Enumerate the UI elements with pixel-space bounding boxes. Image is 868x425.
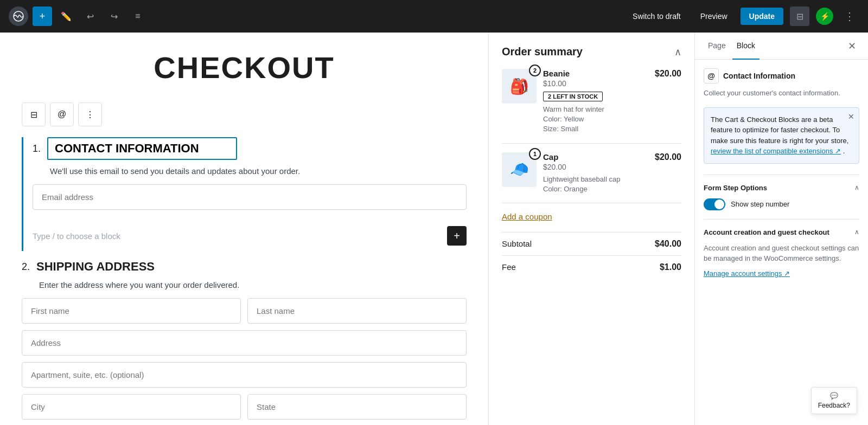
fee-value: $1.00 xyxy=(660,262,681,272)
page-tab[interactable]: Page xyxy=(704,33,730,60)
sidebar-close-button[interactable]: ✕ xyxy=(844,38,859,54)
shipping-section-title: SHIPPING ADDRESS xyxy=(36,260,155,274)
undo-button[interactable]: ↩ xyxy=(80,7,100,26)
beta-notice-close-button[interactable]: ✕ xyxy=(848,112,854,121)
switch-draft-button[interactable]: Switch to draft xyxy=(626,8,687,25)
sidebar-tabs: Page Block ✕ xyxy=(695,33,868,60)
beanie-color: Color: Yellow xyxy=(543,114,648,124)
account-section-title: Account creation and guest checkout xyxy=(704,228,829,236)
contact-description: We'll use this email to send you details… xyxy=(50,166,467,176)
form-step-options-section: Form Step Options ∧ Show step number xyxy=(704,175,859,210)
at-icon: @ xyxy=(704,68,719,83)
cap-unit-price: $20.00 xyxy=(543,163,648,171)
cap-total-price: $20.00 xyxy=(655,152,681,162)
form-step-chevron-icon: ∧ xyxy=(854,184,859,191)
cap-details: Cap $20.00 Lightweight baseball cap Colo… xyxy=(543,152,648,194)
beanie-quantity-badge: 2 xyxy=(529,65,541,76)
beanie-unit-price: $10.00 xyxy=(543,79,648,88)
update-button[interactable]: Update xyxy=(741,8,783,25)
view-toggle-button[interactable]: ⊟ xyxy=(790,7,809,26)
toolbar-right: Switch to draft Preview Update ⊟ ⚡ ⋮ xyxy=(626,7,859,26)
fee-label: Fee xyxy=(502,262,516,272)
order-summary-header: Order summary ∧ xyxy=(502,46,681,58)
redo-button[interactable]: ↪ xyxy=(104,7,124,26)
block-toolbar: ⊟ @ ⋮ xyxy=(22,102,467,126)
beta-notice-text: The Cart & Checkout Blocks are a beta fe… xyxy=(711,115,848,145)
shipping-section-number: 2. xyxy=(22,261,30,273)
subtotal-value: $40.00 xyxy=(655,239,681,249)
account-section-desc: Account creation and guest checkout sett… xyxy=(704,243,859,264)
collapse-summary-button[interactable]: ∧ xyxy=(674,46,681,58)
more-options-button[interactable]: ⋮ xyxy=(840,7,859,26)
order-item-beanie: 🎒 2 Beanie $10.00 2 LEFT IN STOCK Warm h… xyxy=(502,69,681,144)
add-block-text: Type / to choose a block xyxy=(33,231,120,241)
page-title: CHECKOUT xyxy=(22,50,467,85)
first-name-field[interactable] xyxy=(22,298,241,324)
preview-button[interactable]: Preview xyxy=(694,8,734,25)
user-avatar[interactable]: ⚡ xyxy=(816,8,833,25)
at-button[interactable]: @ xyxy=(50,102,74,126)
account-section: Account creation and guest checkout ∧ Ac… xyxy=(704,219,859,278)
beanie-stock-badge: 2 LEFT IN STOCK xyxy=(543,92,603,101)
contact-section-number: 1. xyxy=(33,143,41,154)
email-field[interactable] xyxy=(33,184,467,210)
feedback-icon: 💬 xyxy=(830,392,838,400)
beanie-size: Size: Small xyxy=(543,124,648,134)
address-field[interactable] xyxy=(22,330,467,356)
order-item-cap: 🧢 1 Cap $20.00 Lightweight baseball cap … xyxy=(502,152,681,203)
last-name-field[interactable] xyxy=(247,298,467,324)
state-field[interactable] xyxy=(247,394,467,420)
beta-notice-suffix: . xyxy=(843,147,845,155)
main-layout: CHECKOUT ⊟ @ ⋮ 1. We'll use this email t… xyxy=(0,0,868,425)
fee-row: Fee $1.00 xyxy=(502,255,681,279)
beta-notice: ✕ The Cart & Checkout Blocks are a beta … xyxy=(704,107,859,164)
contact-section: 1. We'll use this email to send you deta… xyxy=(22,137,467,251)
cap-image: 🧢 1 xyxy=(502,152,537,187)
block-tab[interactable]: Block xyxy=(732,33,760,60)
sidebar-contact-desc: Collect your customer's contact informat… xyxy=(704,88,859,99)
subtotal-label: Subtotal xyxy=(502,239,532,248)
manage-account-settings-link[interactable]: Manage account settings ↗ xyxy=(704,269,790,278)
section-border xyxy=(22,137,23,251)
contact-section-title[interactable] xyxy=(47,137,237,160)
subtotal-row: Subtotal $40.00 xyxy=(502,232,681,255)
beta-notice-link[interactable]: review the list of compatible extensions… xyxy=(711,147,841,155)
cap-desc: Lightweight baseball cap xyxy=(543,175,648,184)
toolbar: + ✏️ ↩ ↪ ≡ Switch to draft Preview Updat… xyxy=(0,0,868,33)
form-step-options-title: Form Step Options xyxy=(704,184,767,192)
city-zip-row xyxy=(22,394,467,420)
city-field[interactable] xyxy=(22,394,241,420)
beanie-image: 🎒 2 xyxy=(502,69,537,104)
form-step-options-header[interactable]: Form Step Options ∧ xyxy=(704,184,859,192)
add-block-row: Type / to choose a block + xyxy=(33,221,467,251)
feedback-button[interactable]: 💬 Feedback? xyxy=(811,387,857,414)
editor-area: CHECKOUT ⊟ @ ⋮ 1. We'll use this email t… xyxy=(0,33,488,425)
wp-logo[interactable] xyxy=(9,7,28,26)
list-view-button[interactable]: ≡ xyxy=(128,7,148,26)
order-summary-title: Order summary xyxy=(502,46,583,58)
sidebar-contact-title: @ Contact Information xyxy=(704,68,859,83)
beanie-total-price: $20.00 xyxy=(655,69,681,79)
feedback-label: Feedback? xyxy=(818,402,850,409)
edit-icon-button[interactable]: ✏️ xyxy=(56,7,76,26)
beanie-details: Beanie $10.00 2 LEFT IN STOCK Warm hat f… xyxy=(543,69,648,134)
apartment-field[interactable] xyxy=(22,362,467,388)
shipping-header: 2. SHIPPING ADDRESS xyxy=(22,260,467,274)
add-block-button[interactable]: + xyxy=(447,226,467,246)
beanie-name: Beanie xyxy=(543,69,648,78)
show-step-number-label: Show step number xyxy=(731,200,789,208)
show-step-number-row: Show step number xyxy=(704,198,859,210)
cap-name: Cap xyxy=(543,152,648,162)
right-sidebar: Page Block ✕ @ Contact Information Colle… xyxy=(694,33,868,425)
more-block-button[interactable]: ⋮ xyxy=(78,102,102,126)
account-chevron-icon: ∧ xyxy=(854,228,859,236)
account-section-header[interactable]: Account creation and guest checkout ∧ xyxy=(704,228,859,236)
show-step-number-toggle[interactable] xyxy=(704,198,725,210)
add-block-toolbar-button[interactable]: + xyxy=(33,7,52,26)
add-coupon-link[interactable]: Add a coupon xyxy=(502,212,681,221)
shipping-section: 2. SHIPPING ADDRESS Enter the address wh… xyxy=(22,260,467,420)
contact-header: 1. xyxy=(33,137,467,160)
sidebar-content: @ Contact Information Collect your custo… xyxy=(695,60,868,425)
cap-quantity-badge: 1 xyxy=(529,148,541,160)
toggle-sidebar-button[interactable]: ⊟ xyxy=(22,102,46,126)
